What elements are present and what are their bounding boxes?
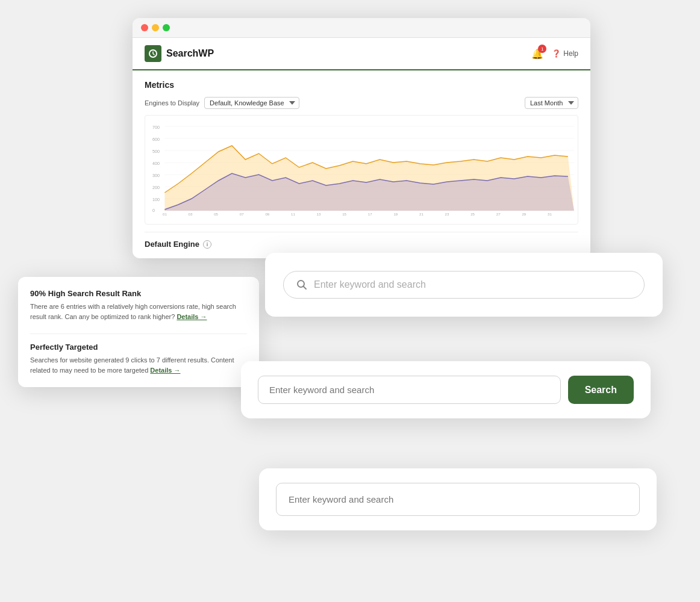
- browser-titlebar: [133, 18, 590, 38]
- default-engine-section: Default Engine i: [145, 232, 578, 249]
- svg-text:09: 09: [265, 213, 269, 216]
- insight-card-1-title: 90% High Search Result Rank: [30, 289, 247, 298]
- svg-text:19: 19: [393, 213, 398, 216]
- help-link[interactable]: ❓ Help: [552, 49, 578, 58]
- svg-text:300: 300: [152, 173, 160, 178]
- insight-card-2-text: Searches for website generated 9 clicks …: [30, 355, 247, 375]
- svg-text:11: 11: [291, 213, 295, 216]
- default-engine-title: Default Engine i: [145, 240, 578, 249]
- maximize-dot[interactable]: [163, 24, 170, 31]
- app-body: Metrics Engines to Display Default, Know…: [133, 70, 590, 258]
- search-input-2-container: Search: [258, 376, 634, 404]
- search-input-2[interactable]: [258, 376, 561, 404]
- search-card-1: Enter keyword and search: [265, 253, 663, 317]
- svg-text:01: 01: [163, 213, 167, 216]
- logo-icon: [145, 45, 161, 62]
- minimize-dot[interactable]: [152, 24, 159, 31]
- svg-text:03: 03: [189, 213, 193, 216]
- search-input-1-placeholder[interactable]: Enter keyword and search: [314, 279, 632, 290]
- svg-text:200: 200: [152, 185, 160, 190]
- insight-divider: [30, 334, 247, 334]
- search-card-2: Search: [241, 361, 651, 418]
- app-logo: SearchWP: [145, 45, 214, 62]
- svg-text:31: 31: [548, 213, 552, 216]
- info-icon[interactable]: i: [203, 240, 211, 249]
- metrics-section-title: Metrics: [145, 80, 578, 90]
- insight-card-1-link[interactable]: Details →: [177, 313, 207, 320]
- svg-text:05: 05: [214, 213, 218, 216]
- app-header: SearchWP 🔔 1 ❓ Help: [133, 38, 590, 70]
- insight-panel: 90% High Search Result Rank There are 6 …: [18, 277, 259, 387]
- insight-card-1-text: There are 6 entries with a relatively hi…: [30, 302, 247, 321]
- engine-select[interactable]: Default, Knowledge Base: [204, 97, 299, 109]
- svg-text:0: 0: [152, 208, 155, 213]
- svg-text:27: 27: [496, 213, 501, 216]
- search-icon-1: [296, 279, 308, 291]
- svg-text:600: 600: [152, 137, 160, 141]
- insight-card-1: 90% High Search Result Rank There are 6 …: [30, 289, 247, 321]
- header-actions: 🔔 1 ❓ Help: [530, 46, 578, 61]
- engine-selector-group: Engines to Display Default, Knowledge Ba…: [145, 97, 299, 109]
- close-dot[interactable]: [141, 24, 148, 31]
- browser-window: SearchWP 🔔 1 ❓ Help Metrics Engines to D…: [133, 18, 590, 258]
- svg-text:23: 23: [445, 213, 449, 216]
- metrics-controls: Engines to Display Default, Knowledge Ba…: [145, 97, 578, 109]
- window-controls: [141, 24, 582, 37]
- search-input-3[interactable]: [276, 483, 640, 516]
- browser-content: SearchWP 🔔 1 ❓ Help Metrics Engines to D…: [133, 38, 590, 258]
- svg-text:13: 13: [317, 213, 321, 216]
- notification-bell[interactable]: 🔔 1: [530, 46, 545, 61]
- svg-text:17: 17: [368, 213, 372, 216]
- app-name: SearchWP: [166, 48, 214, 59]
- svg-text:29: 29: [522, 213, 526, 216]
- engines-label: Engines to Display: [145, 99, 199, 107]
- svg-text:500: 500: [152, 149, 160, 154]
- chart-svg: 700 600 500 400 300 200 100 0: [148, 120, 575, 217]
- svg-text:07: 07: [240, 213, 244, 216]
- insight-card-2: Perfectly Targeted Searches for website …: [30, 343, 247, 375]
- svg-text:100: 100: [152, 197, 160, 202]
- period-select[interactable]: Last Month: [525, 97, 578, 109]
- search-button-2[interactable]: Search: [568, 376, 634, 404]
- svg-text:25: 25: [470, 213, 475, 216]
- notification-badge: 1: [538, 45, 546, 53]
- svg-text:700: 700: [152, 125, 160, 129]
- search-input-1-container: Enter keyword and search: [283, 271, 645, 299]
- svg-text:21: 21: [419, 213, 423, 216]
- search-card-3: [259, 468, 657, 530]
- svg-line-33: [304, 287, 307, 290]
- insight-card-2-title: Perfectly Targeted: [30, 343, 247, 352]
- svg-text:15: 15: [342, 213, 346, 216]
- insight-card-2-link[interactable]: Details →: [150, 367, 180, 374]
- metrics-chart: 700 600 500 400 300 200 100 0: [145, 115, 578, 225]
- svg-text:400: 400: [152, 161, 160, 166]
